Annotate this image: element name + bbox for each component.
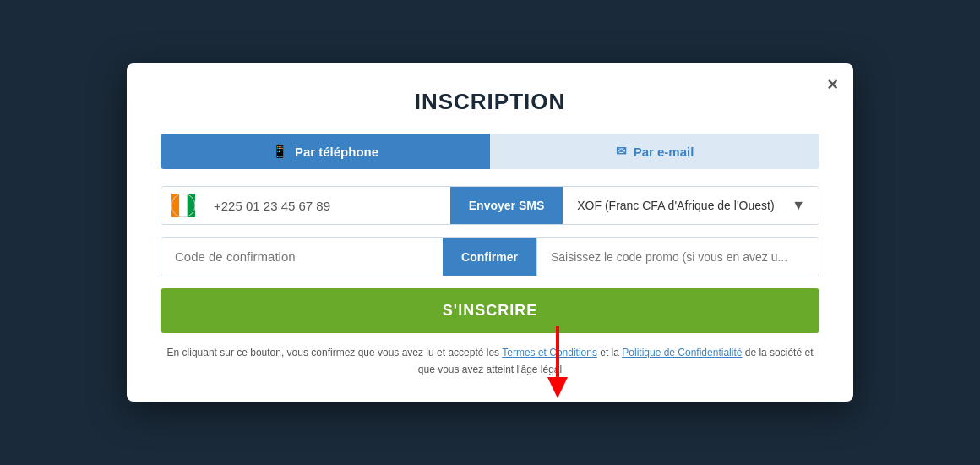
- phone-tab-icon: 📱: [272, 144, 288, 159]
- privacy-link[interactable]: Politique de Confidentialité: [622, 347, 742, 358]
- svg-rect-6: [179, 194, 187, 217]
- phone-row: Envoyer SMS XOF (Franc CFA d'Afrique de …: [161, 186, 819, 225]
- svg-marker-10: [547, 377, 568, 398]
- chevron-down-icon: ▼: [792, 198, 805, 213]
- register-section: S'INSCRIRE: [161, 288, 819, 345]
- currency-dropdown[interactable]: XOF (Franc CFA d'Afrique de l'Ouest) ▼: [563, 187, 819, 224]
- register-button[interactable]: S'INSCRIRE: [161, 288, 819, 333]
- phone-input[interactable]: [205, 187, 450, 224]
- modal-title: INSCRIPTION: [161, 89, 819, 115]
- phone-tab-label: Par téléphone: [295, 145, 378, 159]
- confirmation-row: Confirmer: [161, 237, 819, 276]
- send-sms-button[interactable]: Envoyer SMS: [450, 187, 563, 224]
- phone-flag: [161, 187, 205, 224]
- modal-overlay: × INSCRIPTION 📱 Par téléphone ✉ Par e-ma…: [0, 0, 980, 465]
- confirm-button[interactable]: Confirmer: [443, 238, 536, 276]
- close-button[interactable]: ×: [827, 75, 838, 94]
- terms-link[interactable]: Termes et Conditions: [502, 347, 597, 358]
- currency-value: XOF (Franc CFA d'Afrique de l'Ouest): [577, 199, 774, 212]
- registration-tabs: 📱 Par téléphone ✉ Par e-mail: [161, 134, 819, 169]
- confirmation-input[interactable]: [161, 238, 443, 276]
- email-tab-icon: ✉: [616, 144, 627, 159]
- tab-email[interactable]: ✉ Par e-mail: [490, 134, 819, 169]
- tab-phone[interactable]: 📱 Par téléphone: [161, 134, 490, 169]
- legal-before: En cliquant sur ce bouton, vous confirme…: [167, 347, 503, 358]
- inscription-modal: × INSCRIPTION 📱 Par téléphone ✉ Par e-ma…: [127, 63, 853, 401]
- legal-middle: et la: [597, 347, 622, 358]
- promo-input[interactable]: [536, 238, 819, 276]
- legal-text: En cliquant sur ce bouton, vous confirme…: [161, 345, 819, 377]
- email-tab-label: Par e-mail: [634, 145, 694, 159]
